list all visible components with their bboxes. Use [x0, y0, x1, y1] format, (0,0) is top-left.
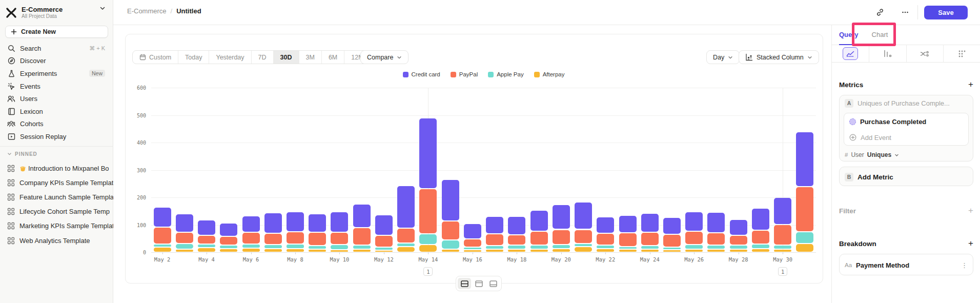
bar-segment-credit-card[interactable]: [287, 212, 304, 231]
date-range-3m[interactable]: 3M: [299, 51, 322, 64]
bar-segment-credit-card[interactable]: [597, 217, 614, 233]
bar-segment-afterpay[interactable]: [464, 250, 481, 252]
bar-segment-paypal[interactable]: [597, 234, 614, 245]
bar-segment-apple-pay[interactable]: [663, 248, 681, 249]
bar-segment-apple-pay[interactable]: [597, 246, 614, 248]
layout-chart-only-button[interactable]: [472, 278, 485, 289]
pinned-board-item[interactable]: Lifecycle Cohort Sample Temp: [0, 205, 113, 219]
bar-segment-credit-card[interactable]: [397, 186, 415, 228]
bar-segment-apple-pay[interactable]: [685, 245, 703, 248]
add-filter-plus-icon[interactable]: +: [968, 206, 973, 216]
layout-split-button[interactable]: [458, 278, 471, 289]
bar-segment-afterpay[interactable]: [176, 250, 193, 252]
metric-a-summary-row[interactable]: A Uniques of Purchase Comple...: [840, 95, 973, 111]
bar-segment-credit-card[interactable]: [619, 216, 637, 232]
bar-segment-credit-card[interactable]: [553, 205, 570, 229]
bar-segment-apple-pay[interactable]: [242, 245, 260, 247]
viz-tab-retention[interactable]: [944, 45, 980, 62]
bar-segment-apple-pay[interactable]: [375, 248, 393, 250]
bar-segment-apple-pay[interactable]: [796, 232, 813, 243]
copy-link-icon[interactable]: [874, 6, 886, 18]
bar-segment-credit-card[interactable]: [442, 180, 459, 220]
bar-segment-paypal[interactable]: [242, 233, 260, 244]
breadcrumb-project[interactable]: E-Commerce: [127, 7, 167, 15]
bar-segment-apple-pay[interactable]: [397, 244, 415, 246]
sidebar-item-events[interactable]: Events: [0, 80, 113, 93]
bar-segment-apple-pay[interactable]: [707, 246, 725, 248]
bar-segment-paypal[interactable]: [796, 187, 813, 231]
bar-segment-credit-card[interactable]: [154, 208, 171, 227]
bar-segment-credit-card[interactable]: [176, 214, 193, 232]
create-new-button[interactable]: Create New: [5, 26, 108, 38]
bar-segment-paypal[interactable]: [553, 230, 570, 245]
bar-segment-afterpay[interactable]: [442, 250, 459, 252]
bar-segment-paypal[interactable]: [575, 230, 592, 244]
bar-segment-apple-pay[interactable]: [619, 247, 637, 249]
bar-segment-afterpay[interactable]: [397, 247, 415, 252]
bar-segment-credit-card[interactable]: [331, 212, 348, 232]
pinned-board-item[interactable]: Feature Launch Sample Templa: [0, 190, 113, 204]
bar-segment-paypal[interactable]: [375, 236, 393, 246]
bar-segment-paypal[interactable]: [752, 231, 769, 244]
bar-segment-credit-card[interactable]: [309, 214, 326, 232]
bar-segment-paypal[interactable]: [154, 228, 171, 243]
bar-segment-afterpay[interactable]: [707, 250, 725, 252]
bar-segment-paypal[interactable]: [774, 225, 791, 245]
bar-segment-afterpay[interactable]: [375, 251, 393, 252]
bar-segment-afterpay[interactable]: [198, 248, 215, 252]
bar-segment-paypal[interactable]: [331, 233, 348, 244]
legend-item-credit-card[interactable]: Credit card: [403, 71, 440, 77]
chevron-down-icon[interactable]: [99, 5, 106, 11]
bar-segment-apple-pay[interactable]: [464, 248, 481, 249]
bar-segment-paypal[interactable]: [486, 234, 503, 245]
metric-card-b[interactable]: B Add Metric: [839, 167, 973, 186]
bar-segment-credit-card[interactable]: [264, 213, 282, 233]
bar-segment-apple-pay[interactable]: [575, 244, 592, 246]
bar-segment-apple-pay[interactable]: [730, 246, 747, 248]
pinned-board-item[interactable]: Marketing KPIs Sample Templat: [0, 219, 113, 233]
date-range-yesterday[interactable]: Yesterday: [209, 51, 251, 64]
bar-segment-credit-card[interactable]: [663, 218, 681, 234]
bar-segment-paypal[interactable]: [220, 237, 237, 245]
bar-segment-paypal[interactable]: [176, 233, 193, 243]
bar-segment-apple-pay[interactable]: [508, 246, 525, 248]
bar-segment-afterpay[interactable]: [575, 247, 592, 252]
breadcrumb-page-title[interactable]: Untitled: [176, 7, 201, 15]
bar-segment-apple-pay[interactable]: [553, 245, 570, 248]
viz-tab-funnels[interactable]: [869, 45, 907, 62]
bar-segment-apple-pay[interactable]: [220, 246, 237, 248]
bar-segment-apple-pay[interactable]: [264, 245, 282, 248]
breakdown-card[interactable]: Aa Payment Method ⋮: [839, 254, 973, 275]
bar-segment-credit-card[interactable]: [375, 215, 393, 235]
bar-segment-apple-pay[interactable]: [287, 245, 304, 248]
bar-segment-afterpay[interactable]: [619, 250, 637, 252]
bar-segment-credit-card[interactable]: [198, 220, 215, 235]
bar-segment-apple-pay[interactable]: [198, 245, 215, 247]
bar-segment-afterpay[interactable]: [530, 250, 548, 252]
sidebar-item-users[interactable]: Users: [0, 92, 113, 105]
bar-segment-apple-pay[interactable]: [353, 246, 371, 248]
pinned-board-item[interactable]: Web Analytics Template: [0, 233, 113, 248]
legend-item-paypal[interactable]: PayPal: [451, 71, 478, 77]
annotation-badge[interactable]: 1: [778, 267, 787, 276]
bar-segment-paypal[interactable]: [397, 229, 415, 243]
compare-button[interactable]: Compare: [360, 50, 409, 64]
bar-segment-paypal[interactable]: [309, 233, 326, 246]
bar-segment-credit-card[interactable]: [242, 216, 260, 232]
add-breakdown-plus-icon[interactable]: +: [968, 238, 973, 249]
bar-segment-credit-card[interactable]: [508, 217, 525, 234]
bar-segment-credit-card[interactable]: [796, 132, 813, 186]
bar-segment-afterpay[interactable]: [154, 248, 171, 252]
bar-segment-apple-pay[interactable]: [309, 246, 326, 248]
bar-segment-paypal[interactable]: [198, 236, 215, 244]
bar-segment-paypal[interactable]: [619, 233, 637, 246]
bar-segment-afterpay[interactable]: [353, 250, 371, 252]
bar-segment-credit-card[interactable]: [774, 198, 791, 224]
layout-table-only-button[interactable]: [486, 278, 500, 289]
pinned-board-item[interactable]: Introduction to Mixpanel Bo: [0, 161, 113, 175]
bar-segment-apple-pay[interactable]: [486, 246, 503, 248]
bar-segment-credit-card[interactable]: [752, 209, 769, 229]
save-button[interactable]: Save: [924, 6, 968, 19]
bar-segment-paypal[interactable]: [641, 233, 659, 245]
bar-segment-afterpay[interactable]: [685, 250, 703, 252]
